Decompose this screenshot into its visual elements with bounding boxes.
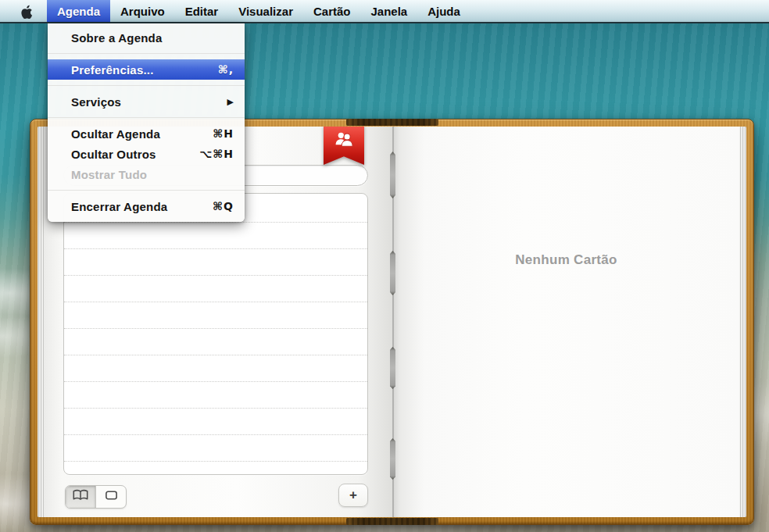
menu-item-shortcut: ⌘H [213,127,234,140]
spine-stitch [390,152,395,198]
menubar: Agenda Arquivo Editar Visualizar Cartão … [0,0,769,23]
menu-item-preferencias[interactable]: Preferências... ⌘, [48,59,245,80]
group-contacts-icon [334,130,355,147]
menu-separator [48,190,245,191]
menubar-item-visualizar[interactable]: Visualizar [228,0,303,22]
menu-item-label: Mostrar Tudo [71,168,234,181]
menu-item-label: Ocultar Outros [71,148,199,161]
contact-list-row[interactable] [64,462,367,475]
menu-item-shortcut: ⌥⌘H [199,148,234,160]
menu-item-ocultar-outros[interactable]: Ocultar Outros ⌥⌘H [48,144,245,164]
menu-item-mostrar-tudo: Mostrar Tudo [48,164,245,184]
page-stack-edge-right [739,127,746,517]
open-book-icon [72,489,89,505]
add-card-button[interactable]: + [338,484,368,507]
menu-item-shortcut: ⌘Q [213,200,234,212]
menu-item-label: Sobre a Agenda [71,31,234,45]
menu-item-sobre-a-agenda[interactable]: Sobre a Agenda [48,27,245,48]
contact-list-row[interactable] [64,435,367,462]
menubar-item-arquivo[interactable]: Arquivo [110,0,175,22]
page-stack-edge-left [38,127,45,517]
agenda-dropdown-menu: Sobre a Agenda Preferências... ⌘, Serviç… [48,23,245,222]
contact-list-row[interactable] [64,382,367,409]
apple-icon [20,3,33,20]
card-view-button[interactable] [95,486,126,508]
menu-item-encerrar-agenda[interactable]: Encerrar Agenda ⌘Q [48,196,245,216]
contact-list-row[interactable] [64,302,367,329]
spine-binding-bottom [346,518,438,525]
empty-state-message: Nenhum Cartão [393,252,739,268]
right-page: Nenhum Cartão [393,127,739,517]
menubar-item-cartao[interactable]: Cartão [303,0,361,22]
submenu-arrow-icon: ▶ [227,97,234,107]
contact-list-row[interactable] [64,223,367,249]
menubar-item-ajuda[interactable]: Ajuda [417,0,470,22]
contact-list-row[interactable] [64,276,367,302]
menu-item-shortcut: ⌘, [218,63,234,76]
apple-menu[interactable] [0,0,47,22]
menu-item-label: Preferências... [71,63,218,77]
menu-item-label: Ocultar Agenda [71,127,213,141]
contact-list-row[interactable] [64,329,367,355]
menu-item-label: Encerrar Agenda [71,200,213,213]
menu-item-servicos[interactable]: Serviços ▶ [48,91,245,112]
menu-item-label: Serviços [71,95,227,109]
spine-stitch [390,251,395,295]
menubar-item-editar[interactable]: Editar [175,0,229,22]
spine-binding-top [346,119,438,126]
contact-list-row[interactable] [64,355,367,382]
contact-list-row[interactable] [64,409,367,435]
menu-separator [48,117,245,118]
menubar-item-agenda[interactable]: Agenda [47,0,110,22]
card-icon [105,490,118,504]
menubar-item-janela[interactable]: Janela [360,0,417,22]
view-toggle-segmented-control [65,485,127,509]
menu-separator [48,85,245,86]
bookmark-ribbon [324,127,364,165]
spine-stitch [390,438,395,480]
group-bookmark[interactable] [324,127,364,165]
contact-list-row[interactable] [64,249,367,276]
contacts-list[interactable] [63,193,368,475]
book-view-button[interactable] [66,486,95,508]
spine-stitch [390,347,395,389]
menu-item-ocultar-agenda[interactable]: Ocultar Agenda ⌘H [48,123,245,144]
menu-separator [48,53,245,54]
